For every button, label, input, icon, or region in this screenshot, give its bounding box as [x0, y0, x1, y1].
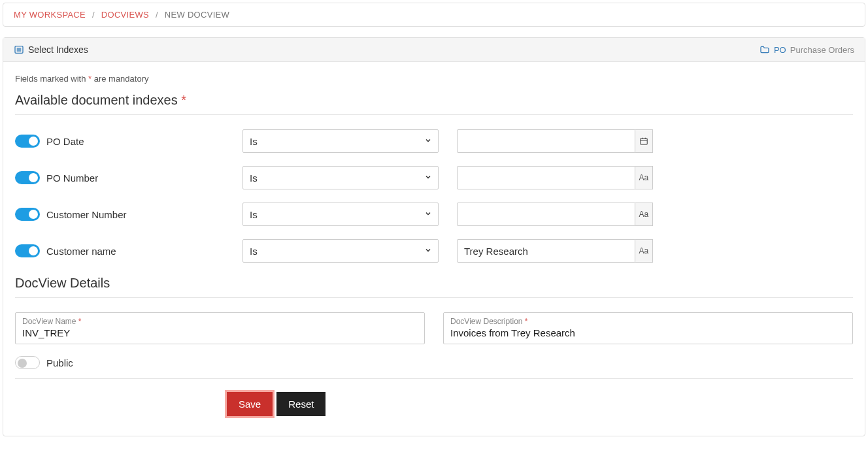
breadcrumb: MY WORKSPACE / DOCVIEWS / NEW DOCVIEW: [3, 3, 865, 27]
section-title-text: Available document indexes: [15, 93, 178, 107]
index-toggle[interactable]: [15, 244, 40, 257]
breadcrumb-docviews[interactable]: DOCVIEWS: [101, 10, 149, 20]
section-docview-details: DocView Details: [15, 276, 853, 298]
index-toggle[interactable]: [15, 171, 40, 184]
asterisk-icon: *: [181, 93, 186, 107]
save-button[interactable]: Save: [227, 392, 273, 416]
po-code: PO: [774, 45, 786, 55]
panel-body: Fields marked with * are mandatory Avail…: [3, 62, 865, 436]
index-label: PO Number: [46, 172, 98, 184]
docview-name-input[interactable]: [22, 327, 418, 338]
asterisk-icon: *: [525, 317, 528, 326]
index-toggle[interactable]: [15, 135, 40, 148]
text-type-icon: Aa: [635, 166, 653, 189]
index-value-input[interactable]: [457, 203, 635, 226]
panel-header-title: Select Indexes: [28, 44, 88, 55]
text-type-icon: Aa: [635, 203, 653, 226]
index-value-input[interactable]: [457, 239, 635, 263]
breadcrumb-sep: /: [92, 10, 95, 20]
docview-name-label-text: DocView Name: [22, 317, 76, 326]
index-label: Customer Number: [46, 209, 127, 220]
index-row: PO NumberIsAa: [15, 166, 853, 189]
docview-name-field[interactable]: DocView Name *: [15, 312, 425, 344]
breadcrumb-root[interactable]: MY WORKSPACE: [14, 10, 86, 20]
index-row: Customer NumberIsAa: [15, 203, 853, 226]
index-value-input[interactable]: [457, 129, 635, 153]
mandatory-pre: Fields marked with: [15, 74, 88, 84]
docview-name-label: DocView Name *: [22, 317, 418, 326]
index-operator-select[interactable]: Is: [242, 129, 439, 153]
index-operator-select[interactable]: Is: [242, 239, 439, 263]
folder-icon: [760, 44, 770, 55]
index-row: PO DateIs: [15, 129, 853, 153]
asterisk-icon: *: [78, 317, 82, 326]
list-icon: [14, 44, 24, 55]
docview-desc-label: DocView Description *: [450, 317, 846, 326]
index-toggle[interactable]: [15, 208, 40, 221]
index-operator-select[interactable]: Is: [242, 203, 439, 226]
docview-desc-input[interactable]: [450, 327, 846, 338]
panel-header: Select Indexes PO Purchase Orders: [3, 38, 865, 62]
docview-desc-label-text: DocView Description: [450, 317, 523, 326]
docview-desc-field[interactable]: DocView Description *: [443, 312, 853, 344]
public-toggle[interactable]: [15, 356, 40, 369]
reset-button[interactable]: Reset: [276, 392, 326, 416]
section-available-indexes: Available document indexes *: [15, 93, 853, 115]
svg-rect-4: [641, 138, 648, 144]
index-label: Customer name: [46, 246, 116, 257]
index-row: Customer nameIsAa: [15, 239, 853, 263]
index-operator-select[interactable]: Is: [242, 166, 439, 189]
mandatory-note: Fields marked with * are mandatory: [15, 74, 853, 84]
breadcrumb-sep: /: [156, 10, 158, 20]
mandatory-post: are mandatory: [92, 74, 148, 84]
calendar-icon: [635, 129, 653, 153]
public-label: Public: [46, 357, 73, 368]
po-label: Purchase Orders: [790, 45, 854, 55]
text-type-icon: Aa: [635, 239, 653, 263]
breadcrumb-current: NEW DOCVIEW: [165, 10, 229, 20]
index-value-input[interactable]: [457, 166, 635, 189]
index-label: PO Date: [46, 136, 84, 147]
panel: Select Indexes PO Purchase Orders Fields…: [3, 37, 865, 436]
